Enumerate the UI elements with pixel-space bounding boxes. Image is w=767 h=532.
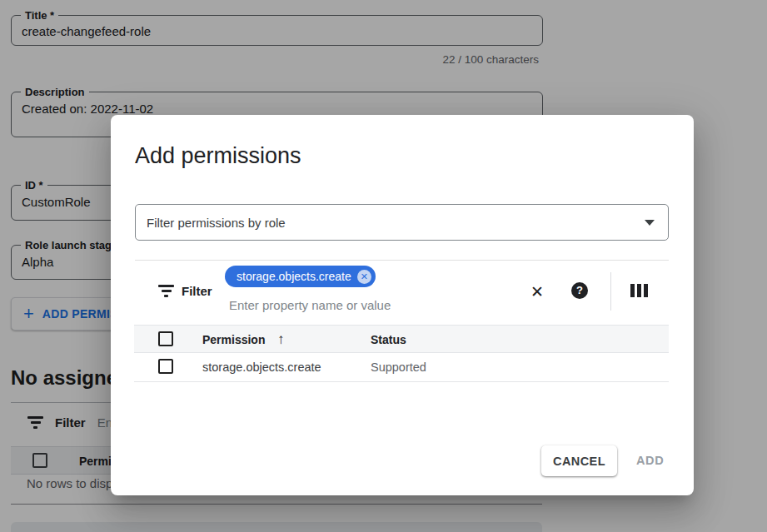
- row-checkbox[interactable]: [158, 359, 173, 374]
- column-display-icon[interactable]: [630, 284, 648, 297]
- divider: [610, 272, 611, 311]
- clear-filter-icon[interactable]: ✕: [530, 282, 544, 301]
- status-cell: Supported: [371, 360, 426, 374]
- status-column-header: Status: [371, 333, 406, 346]
- cancel-button[interactable]: CANCEL: [541, 445, 617, 476]
- add-permissions-dialog: Add permissions Filter permissions by ro…: [111, 115, 694, 495]
- modal-filter-label: Filter: [182, 284, 212, 298]
- table-row[interactable]: storage.objects.create Supported: [134, 353, 669, 382]
- chevron-down-icon: [645, 220, 655, 226]
- add-button[interactable]: ADD: [636, 445, 664, 476]
- help-icon[interactable]: ?: [571, 282, 588, 299]
- permission-column-header[interactable]: Permission: [202, 333, 265, 346]
- filter-chip[interactable]: storage.objects.create ✕: [225, 266, 376, 287]
- filter-chip-label: storage.objects.create: [237, 270, 351, 283]
- select-all-checkbox[interactable]: [158, 331, 173, 346]
- screen: Title * create-changefeed-role 22 / 100 …: [0, 0, 767, 532]
- divider: [135, 260, 669, 261]
- role-select-placeholder: Filter permissions by role: [147, 216, 645, 230]
- filter-permissions-by-role-select[interactable]: Filter permissions by role: [135, 204, 669, 241]
- sort-ascending-icon[interactable]: ↑: [277, 331, 285, 348]
- dialog-title: Add permissions: [135, 143, 301, 169]
- modal-table-header: Permission ↑ Status: [134, 325, 669, 353]
- modal-filter-input[interactable]: Enter property name or value: [229, 298, 391, 312]
- filter-icon: [158, 285, 174, 297]
- permission-cell: storage.objects.create: [202, 360, 321, 374]
- chip-remove-icon[interactable]: ✕: [357, 270, 371, 284]
